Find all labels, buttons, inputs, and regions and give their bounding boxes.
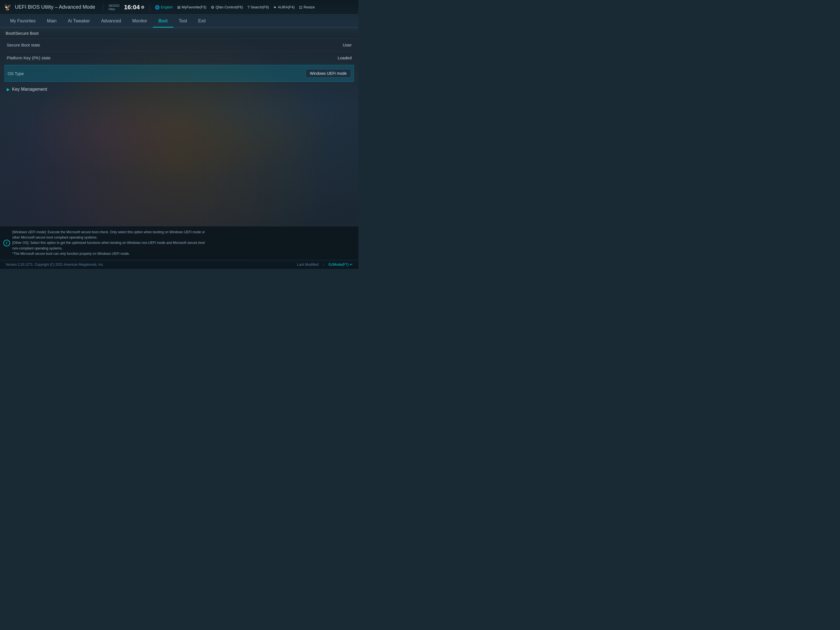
key-management-label: Key Management: [12, 87, 47, 92]
my-favorite-button[interactable]: ⊞ MyFavorite(F3): [177, 5, 206, 9]
info-icon: i: [3, 240, 10, 246]
day: nday: [108, 7, 120, 11]
gear-icon[interactable]: ⚙: [141, 5, 144, 9]
search-button[interactable]: ? Search(F9): [247, 5, 269, 9]
breadcrumb-path: Boot\Secure Boot: [6, 31, 39, 36]
language-label: English: [161, 5, 173, 9]
bios-title: UEFI BIOS Utility – Advanced Mode: [15, 4, 95, 10]
tab-ai-tweaker[interactable]: Ai Tweaker: [62, 15, 95, 27]
breadcrumb: Boot\Secure Boot: [0, 28, 358, 39]
main-content: Secure Boot state User Platform Key (PK)…: [0, 39, 358, 226]
favorite-icon: ⊞: [177, 5, 181, 9]
ezmode-label: EzMode(F7): [328, 262, 349, 267]
platform-key-state-value: Loaded: [338, 55, 352, 60]
key-management-section[interactable]: ▶ Key Management: [6, 82, 353, 96]
last-modified-label: Last Modified: [297, 262, 319, 267]
footer: Version 2.20.1271. Copyright (C) 2021 Am…: [0, 260, 358, 269]
info-text-1: [Windows UEFI mode]: Execute the Microso…: [12, 230, 354, 235]
os-type-label: OS Type: [8, 71, 24, 76]
tab-exit[interactable]: Exit: [193, 15, 212, 27]
ezmode-icon: ↵: [350, 262, 353, 267]
aura-button[interactable]: ✦ AURA(F4): [273, 5, 295, 9]
qfan-label: Qfan Control(F6): [216, 5, 243, 9]
footer-actions: Last Modified | EzMode(F7) ↵: [297, 262, 353, 267]
platform-key-state-label: Platform Key (PK) state: [7, 55, 51, 60]
secure-boot-state-row: Secure Boot state User: [6, 39, 353, 52]
platform-key-state-row: Platform Key (PK) state Loaded: [6, 52, 353, 65]
secure-boot-state-label: Secure Boot state: [7, 43, 40, 47]
my-favorite-label: MyFavorite(F3): [182, 5, 206, 9]
info-text-5: *The Microsoft secure boot can only func…: [12, 251, 354, 256]
aura-icon: ✦: [273, 5, 276, 9]
expand-arrow-icon: ▶: [7, 87, 10, 92]
secure-boot-state-value: User: [343, 43, 352, 47]
info-text-4: non-compliant operating systems.: [12, 246, 354, 251]
tab-main[interactable]: Main: [41, 15, 62, 27]
resize-button[interactable]: ⊡ Resize: [299, 5, 315, 9]
resize-label: Resize: [303, 5, 315, 9]
divider: [103, 3, 103, 11]
resize-icon: ⊡: [299, 5, 302, 9]
globe-icon: 🌐: [155, 5, 159, 9]
datetime: 18/2022 nday: [108, 4, 120, 11]
os-type-row[interactable]: OS Type Windows UEFI mode: [5, 65, 354, 82]
date: 18/2022: [108, 4, 120, 7]
ezmode-button[interactable]: EzMode(F7) ↵: [328, 262, 353, 267]
toolbar: 🌐 English ⊞ MyFavorite(F3) ⚙ Qfan Contro…: [155, 5, 354, 9]
info-text-2: other Microsoft secure boot compliant op…: [12, 235, 354, 240]
time-display: 16:04 ⚙: [124, 4, 144, 11]
asus-logo: 🦅: [4, 4, 11, 11]
tab-tool[interactable]: Tool: [173, 15, 193, 27]
nav-tabs: My Favorites Main Ai Tweaker Advanced Mo…: [0, 14, 358, 28]
qfan-button[interactable]: ⚙ Qfan Control(F6): [211, 5, 243, 9]
settings-area: Secure Boot state User Platform Key (PK)…: [0, 39, 358, 96]
tab-my-favorites[interactable]: My Favorites: [5, 15, 41, 27]
aura-label: AURA(F4): [278, 5, 295, 9]
os-type-value[interactable]: Windows UEFI mode: [306, 69, 351, 77]
search-icon: ?: [247, 5, 249, 9]
info-text-3: [Other OS]: Select this option to get th…: [12, 240, 354, 246]
tab-advanced[interactable]: Advanced: [95, 15, 126, 27]
tab-boot[interactable]: Boot: [153, 15, 173, 27]
search-label: Search(F9): [251, 5, 269, 9]
version-label: Version 2.20.1271. Copyright (C) 2021 Am…: [6, 263, 104, 267]
tab-monitor[interactable]: Monitor: [126, 15, 153, 27]
fan-icon: ⚙: [211, 5, 215, 9]
language-selector[interactable]: 🌐 English: [155, 5, 173, 9]
info-panel: i [Windows UEFI mode]: Execute the Micro…: [0, 226, 358, 260]
time: 16:04: [124, 4, 140, 11]
top-bar: 🦅 UEFI BIOS Utility – Advanced Mode 18/2…: [0, 0, 358, 14]
